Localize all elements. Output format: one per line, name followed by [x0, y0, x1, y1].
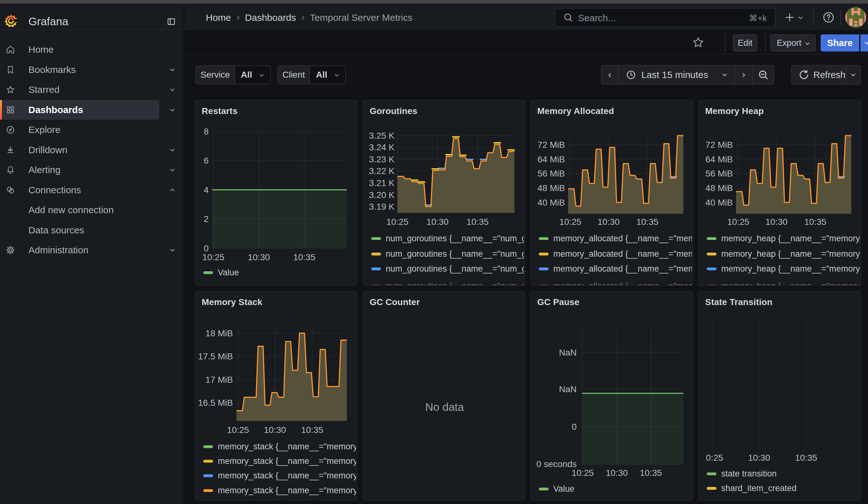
svg-text:56 MiB: 56 MiB — [705, 169, 733, 178]
svg-text:10:35: 10:35 — [636, 217, 659, 227]
svg-text:64 MiB: 64 MiB — [705, 154, 733, 164]
svg-text:10:30: 10:30 — [606, 468, 628, 478]
svg-text:3.23 K: 3.23 K — [369, 154, 394, 164]
svg-text:72 MiB: 72 MiB — [538, 140, 565, 150]
svg-text:8: 8 — [204, 127, 209, 136]
svg-text:48 MiB: 48 MiB — [538, 183, 565, 193]
svg-text:56 MiB: 56 MiB — [538, 169, 565, 178]
svg-text:3.24 K: 3.24 K — [369, 142, 394, 152]
svg-text:17.5 MiB: 17.5 MiB — [198, 351, 233, 361]
svg-text:10:35: 10:35 — [640, 468, 662, 478]
svg-text:3.25 K: 3.25 K — [369, 131, 394, 141]
svg-text:10:30: 10:30 — [765, 217, 787, 227]
svg-text:10:25: 10:25 — [727, 217, 749, 227]
svg-text:3.20 K: 3.20 K — [369, 190, 394, 200]
svg-text:10:25: 10:25 — [559, 217, 581, 227]
svg-text:0: 0 — [204, 244, 209, 253]
svg-text:48 MiB: 48 MiB — [705, 183, 733, 193]
svg-text:40 MiB: 40 MiB — [705, 198, 733, 207]
svg-text:10:25: 10:25 — [202, 252, 225, 262]
svg-text:3.19 K: 3.19 K — [369, 202, 394, 212]
svg-text:10:35: 10:35 — [293, 252, 315, 262]
svg-text:6: 6 — [204, 156, 209, 165]
svg-text:10:25: 10:25 — [386, 217, 409, 227]
svg-text:10:35: 10:35 — [804, 217, 826, 227]
svg-text:72 MiB: 72 MiB — [705, 140, 733, 150]
svg-text:3.21 K: 3.21 K — [369, 178, 394, 188]
svg-text:0 seconds: 0 seconds — [536, 459, 577, 469]
svg-text:18 MiB: 18 MiB — [206, 328, 233, 338]
svg-text:NaN: NaN — [559, 384, 577, 394]
svg-text:10:25: 10:25 — [227, 425, 249, 435]
svg-text:4: 4 — [204, 185, 209, 195]
svg-text:3.22 K: 3.22 K — [369, 166, 394, 176]
svg-text:10:35: 10:35 — [466, 217, 489, 227]
svg-text:40 MiB: 40 MiB — [538, 198, 565, 207]
svg-text:2: 2 — [204, 214, 209, 224]
svg-text:10:30: 10:30 — [426, 217, 448, 227]
svg-text:64 MiB: 64 MiB — [538, 154, 565, 164]
svg-text:10:30: 10:30 — [248, 252, 270, 262]
svg-text:10:25: 10:25 — [572, 468, 594, 478]
svg-text:10:30: 10:30 — [598, 217, 620, 227]
svg-text:16.5 MiB: 16.5 MiB — [198, 398, 233, 408]
svg-text:17 MiB: 17 MiB — [206, 375, 233, 384]
svg-text:10:30: 10:30 — [264, 425, 286, 435]
svg-text:10:35: 10:35 — [301, 425, 323, 435]
svg-text:NaN: NaN — [559, 348, 577, 358]
svg-text:0: 0 — [572, 422, 577, 432]
